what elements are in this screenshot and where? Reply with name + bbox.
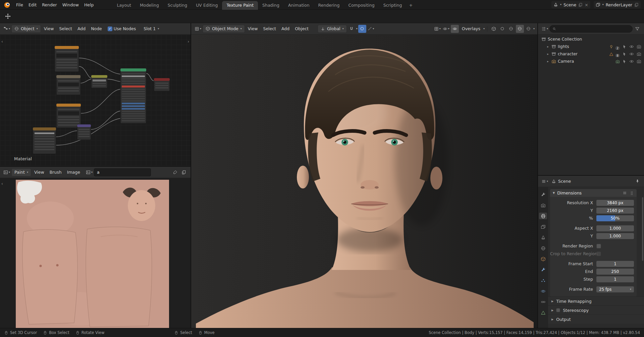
editor-type-button[interactable]: ▾ [541,177,549,185]
outliner-row-lights[interactable]: ▸ lights 2 [538,43,644,50]
uv-image-canvas[interactable]: ‹ [0,178,191,328]
tab-particles-properties[interactable] [539,277,547,284]
editor-type-button[interactable]: ▾ [3,168,11,176]
blender-logo-icon[interactable] [3,1,11,8]
stereoscopy-checkbox[interactable]: ✓ [556,308,560,312]
image-name-field[interactable]: a [94,168,151,176]
drag-grip-icon[interactable] [630,191,634,195]
snap-toggle-button[interactable] [347,25,356,33]
pin-button[interactable] [633,177,641,185]
tab-output-properties[interactable] [539,213,547,219]
time-remapping-panel[interactable]: ▶ Time Remapping [548,296,644,305]
search-input[interactable] [558,26,630,31]
tab-rendering[interactable]: Rendering [314,1,344,10]
selectability-dropdown[interactable]: ▾ [433,25,441,33]
gizmos-toggle[interactable] [451,25,459,33]
crop-region-checkbox[interactable]: ✓ [596,251,601,256]
tab-object-properties[interactable] [539,256,547,262]
node-menu-add[interactable]: Add [75,25,88,32]
resolution-y-field[interactable]: 2160 px [596,208,634,214]
tab-layout[interactable]: Layout [112,1,136,10]
dimensions-panel-header[interactable]: ▼ Dimensions [550,189,637,197]
overlays-dropdown[interactable]: Overlays [460,25,483,32]
resolution-percent-slider[interactable]: 50% [596,215,634,221]
vp-menu-object[interactable]: Object [292,25,311,32]
shader-node[interactable] [55,46,79,72]
region-toggle-arrow[interactable]: ‹ [1,39,3,44]
new-layer-icon[interactable] [634,3,639,7]
use-nodes-checkbox[interactable]: ✓ [108,26,112,31]
proportional-edit-button[interactable] [358,25,366,33]
slot-dropdown[interactable]: Slot 1 ▾ [141,25,162,33]
aspect-x-field[interactable]: 1.000 [596,225,634,231]
outliner-row-scene-collection[interactable]: Scene Collection [538,36,644,43]
image-menu-view[interactable]: View [32,169,47,176]
shader-node-principled[interactable] [120,68,146,123]
aspect-y-field[interactable]: 1.000 [596,233,634,239]
tab-texture-paint[interactable]: Texture Paint [222,1,258,10]
region-toggle-arrow[interactable]: ‹ [1,181,3,186]
editor-type-button[interactable]: ▾ [194,25,202,33]
unlink-scene-icon[interactable]: × [585,2,588,7]
shader-node[interactable] [56,75,80,95]
frame-end-field[interactable]: 250 [596,269,634,275]
disclosure-triangle-icon[interactable]: ▸ [546,60,550,63]
tab-physics-properties[interactable] [539,288,547,294]
tab-uv-editing[interactable]: UV Editing [192,1,222,10]
vp-menu-add[interactable]: Add [279,25,292,32]
outliner-search[interactable] [549,25,633,33]
pointer-icon[interactable] [623,59,627,63]
camera-render-icon[interactable] [637,52,641,56]
pointer-icon[interactable] [623,45,627,49]
shading-caret[interactable]: ▾ [533,27,535,30]
outliner-row-character[interactable]: ▸ character 8 [538,50,644,58]
vp-menu-select[interactable]: Select [261,25,278,32]
image-menu-image[interactable]: Image [65,169,83,176]
frame-step-field[interactable]: 1 [596,276,634,282]
resolution-x-field[interactable]: 3840 px [596,200,634,206]
viewport-canvas[interactable] [191,35,537,328]
scrollbar[interactable] [642,197,643,261]
render-region-checkbox[interactable]: ✓ [596,244,601,248]
vp-menu-view[interactable]: View [246,25,260,32]
shader-node-output[interactable] [154,78,170,91]
tab-shading[interactable]: Shading [258,1,284,10]
stereoscopy-panel[interactable]: ▶ ✓ Stereoscopy [548,305,644,315]
menu-edit[interactable]: Edit [26,1,39,8]
image-menu-brush[interactable]: Brush [47,169,64,176]
menu-window[interactable]: Window [60,1,82,8]
editor-type-button[interactable]: ▾ [541,25,549,33]
tab-tool-properties[interactable] [539,191,547,198]
tab-modifier-properties[interactable] [539,266,547,273]
orientation-dropdown[interactable]: Global ▾ [318,25,347,33]
tab-sculpting[interactable]: Sculpting [163,1,192,10]
tab-view-layer-properties[interactable] [539,223,547,230]
tab-compositing[interactable]: Compositing [344,1,379,10]
frame-rate-dropdown[interactable]: 25 fps▾ [596,286,634,292]
disclosure-triangle-icon[interactable]: ▸ [546,45,550,48]
eye-icon[interactable] [629,52,634,56]
eye-icon[interactable] [629,59,634,64]
region-toggle-arrow[interactable]: › [187,39,189,44]
editor-type-button[interactable]: ▾ [3,25,11,33]
shader-node[interactable] [91,75,107,88]
node-menu-node[interactable]: Node [89,25,104,32]
image-mode-dropdown[interactable]: Paint ▾ [11,168,31,176]
filter-button[interactable] [633,25,641,33]
move-tool-icon[interactable] [5,13,11,19]
shader-node[interactable] [56,104,81,128]
tab-scene-properties[interactable] [539,234,547,241]
duplicate-image-button[interactable] [180,168,188,176]
tab-modeling[interactable]: Modeling [136,1,163,10]
show-gizmo-dropdown[interactable]: ▾ [442,25,450,33]
frame-start-field[interactable]: 1 [596,261,634,267]
overlays-caret[interactable]: ▾ [483,27,485,30]
pointer-icon[interactable] [623,52,627,56]
tab-data-properties[interactable] [539,309,547,316]
mode-dropdown[interactable]: Object Mode ▾ [203,25,245,33]
new-scene-icon[interactable] [578,3,583,7]
tab-world-properties[interactable] [539,245,547,251]
tab-scripting[interactable]: Scripting [379,1,407,10]
tab-render-properties[interactable] [539,202,547,209]
menu-render[interactable]: Render [39,1,60,8]
